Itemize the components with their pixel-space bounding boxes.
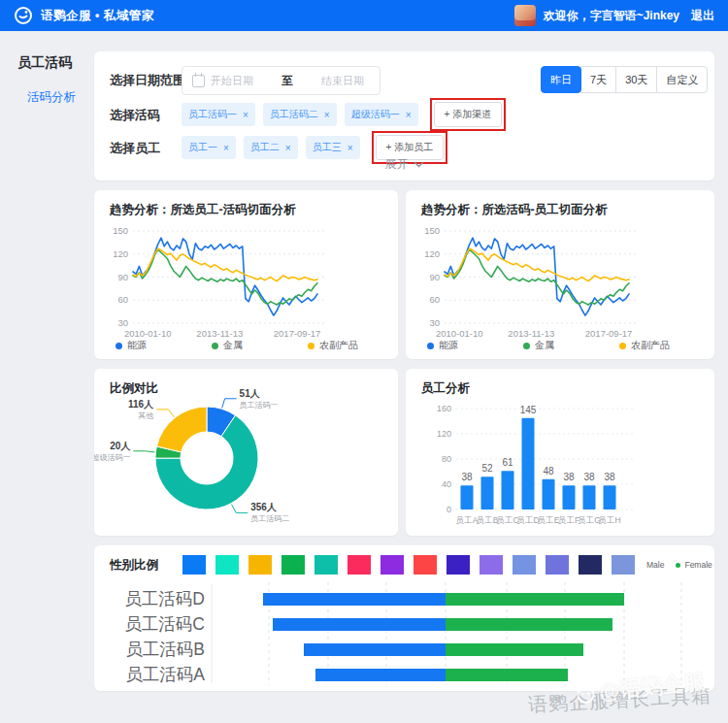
bar-1[interactable] bbox=[481, 477, 494, 509]
range-button-3[interactable]: 自定义 bbox=[656, 66, 708, 93]
palette-swatch-2[interactable] bbox=[248, 555, 272, 575]
donut-slice-3[interactable] bbox=[156, 407, 207, 452]
legend-item-0[interactable]: 能源 bbox=[116, 339, 147, 352]
qr-tags-item-1[interactable]: 员工活码二× bbox=[263, 103, 337, 126]
legend-male-label[interactable]: Male bbox=[646, 560, 664, 570]
bar-2[interactable] bbox=[502, 471, 514, 509]
svg-text:员工D: 员工D bbox=[516, 515, 539, 525]
line-chart-svg: 3060901201502010-01-102013-11-132017-09-… bbox=[104, 217, 395, 342]
legend-label: 金属 bbox=[223, 339, 243, 352]
svg-text:员工G: 员工G bbox=[578, 515, 601, 525]
male-bar-2[interactable] bbox=[304, 643, 446, 656]
expand-toggle[interactable]: 展开 bbox=[94, 156, 714, 173]
legend-female-label[interactable]: Female bbox=[684, 560, 711, 570]
range-button-2[interactable]: 30天 bbox=[615, 66, 657, 93]
sidebar-item-qr-analysis[interactable]: 活码分析 bbox=[27, 89, 92, 106]
female-bar-1[interactable] bbox=[446, 618, 612, 631]
svg-text:38: 38 bbox=[563, 472, 575, 482]
svg-text:0: 0 bbox=[447, 505, 451, 514]
male-bar-0[interactable] bbox=[263, 593, 446, 606]
staff-bar-chart: 0408012016038员工A52员工B61员工C145员工D48员工E38员… bbox=[429, 392, 691, 534]
range-button-0[interactable]: 昨日 bbox=[541, 66, 581, 93]
tag-remove-icon[interactable]: × bbox=[243, 110, 248, 120]
tag-label: 员工二 bbox=[250, 141, 280, 154]
svg-text:2017-09-17: 2017-09-17 bbox=[274, 328, 321, 339]
legend-dot bbox=[619, 343, 626, 349]
svg-text:2010-01-10: 2010-01-10 bbox=[124, 328, 172, 339]
brand: 语鹦企服 • 私域管家 bbox=[0, 6, 154, 25]
svg-text:90: 90 bbox=[429, 272, 440, 282]
line-series-2 bbox=[133, 248, 317, 280]
qr-tags-item-0[interactable]: 员工活码一× bbox=[182, 103, 255, 126]
range-button-1[interactable]: 7天 bbox=[580, 66, 616, 93]
gender-ratio-title: 性别比例 bbox=[110, 557, 158, 574]
palette-swatch-1[interactable] bbox=[215, 555, 239, 575]
legend-label: 农副产品 bbox=[319, 339, 358, 352]
tag-remove-icon[interactable]: × bbox=[223, 143, 229, 153]
trend-qr-chart: 3060901201502010-01-102013-11-132017-09-… bbox=[415, 217, 707, 342]
svg-text:80: 80 bbox=[442, 454, 451, 464]
svg-text:员工活码二: 员工活码二 bbox=[250, 514, 289, 523]
female-bar-2[interactable] bbox=[446, 643, 583, 656]
line-series-2 bbox=[445, 248, 629, 280]
legend-item-1[interactable]: 金属 bbox=[523, 339, 554, 352]
palette-swatch-8[interactable] bbox=[447, 555, 470, 575]
palette-swatch-6[interactable] bbox=[381, 555, 404, 575]
svg-text:120: 120 bbox=[424, 248, 440, 259]
legend-item-2[interactable]: 农副产品 bbox=[619, 339, 670, 352]
legend-item-2[interactable]: 农副产品 bbox=[308, 339, 358, 352]
add-channel-button[interactable]: + 添加渠道 bbox=[434, 102, 503, 127]
legend-item-0[interactable]: 能源 bbox=[427, 339, 458, 352]
palette-swatch-0[interactable] bbox=[182, 555, 206, 575]
palette-swatch-3[interactable] bbox=[281, 555, 305, 575]
trend-staff-legend: 能源金属农副产品 bbox=[116, 339, 358, 352]
end-date-placeholder[interactable]: 结束日期 bbox=[321, 74, 364, 88]
bar-0[interactable] bbox=[461, 485, 474, 509]
date-quick-range-group: 昨日7天30天自定义 bbox=[541, 66, 708, 93]
bar-7[interactable] bbox=[604, 485, 616, 509]
parrot-logo-icon bbox=[14, 6, 33, 25]
legend-female-dot bbox=[676, 563, 680, 568]
logout-link[interactable]: 退出 bbox=[691, 8, 714, 24]
tag-remove-icon[interactable]: × bbox=[324, 110, 330, 120]
start-date-placeholder[interactable]: 开始日期 bbox=[211, 74, 253, 88]
palette-swatch-9[interactable] bbox=[480, 555, 503, 575]
svg-text:52: 52 bbox=[481, 463, 493, 474]
palette-swatch-10[interactable] bbox=[513, 555, 536, 575]
bar-6[interactable] bbox=[583, 485, 596, 509]
legend-dot bbox=[212, 343, 218, 349]
palette-swatch-13[interactable] bbox=[612, 555, 635, 575]
female-bar-3[interactable] bbox=[446, 669, 568, 681]
palette-swatch-7[interactable] bbox=[414, 555, 437, 575]
date-range-picker[interactable]: 开始日期 至 结束日期 bbox=[182, 66, 381, 95]
svg-text:员工F: 员工F bbox=[558, 515, 579, 525]
palette-swatch-5[interactable] bbox=[347, 555, 371, 575]
svg-text:145: 145 bbox=[520, 405, 537, 415]
palette-swatch-4[interactable] bbox=[314, 555, 338, 575]
qr-tags-item-2[interactable]: 超级活码一× bbox=[345, 103, 418, 126]
svg-text:2013-11-13: 2013-11-13 bbox=[196, 328, 243, 339]
tag-remove-icon[interactable]: × bbox=[347, 143, 353, 153]
svg-text:150: 150 bbox=[424, 225, 440, 236]
male-bar-1[interactable] bbox=[273, 618, 446, 631]
svg-text:2013-11-13: 2013-11-13 bbox=[508, 328, 554, 339]
callout-line-0 bbox=[222, 399, 237, 409]
tag-remove-icon[interactable]: × bbox=[285, 143, 291, 153]
female-bar-0[interactable] bbox=[446, 593, 624, 606]
bar-5[interactable] bbox=[563, 485, 576, 509]
svg-text:160: 160 bbox=[437, 404, 451, 413]
user-avatar[interactable] bbox=[514, 5, 536, 26]
legend-item-1[interactable]: 金属 bbox=[212, 339, 243, 352]
bar-3[interactable] bbox=[522, 418, 535, 509]
svg-text:60: 60 bbox=[429, 294, 440, 305]
gender-ratio-card: 性别比例 MaleFemale 员工活码D员工活码C员工活码B员工活码A bbox=[94, 545, 714, 691]
top-bar: 语鹦企服 • 私域管家 欢迎你，字言智语~Jinkey 退出 bbox=[0, 0, 728, 31]
male-bar-3[interactable] bbox=[315, 669, 446, 681]
legend-label: 能源 bbox=[439, 339, 458, 352]
palette-swatch-11[interactable] bbox=[546, 555, 569, 575]
tag-remove-icon[interactable]: × bbox=[406, 110, 412, 120]
date-range-label: 选择日期范围 bbox=[110, 72, 185, 89]
palette-swatch-12[interactable] bbox=[579, 555, 602, 575]
bar-4[interactable] bbox=[543, 479, 555, 509]
svg-text:2010-01-10: 2010-01-10 bbox=[436, 328, 483, 339]
